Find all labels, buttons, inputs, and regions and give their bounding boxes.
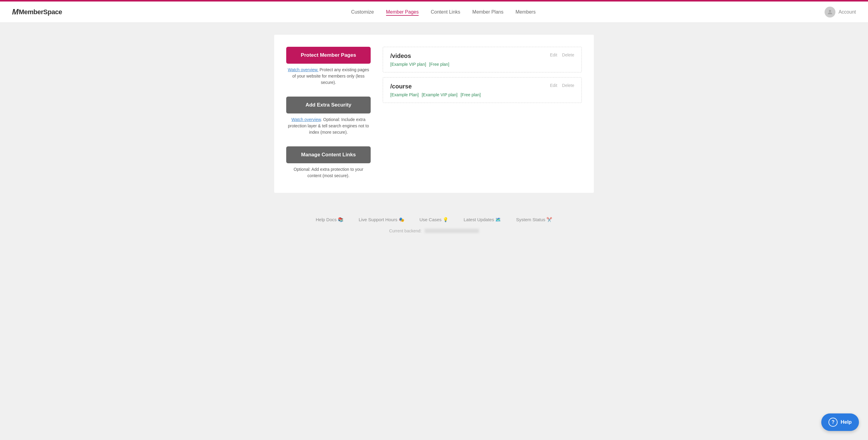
nav-item-customize[interactable]: Customize [351,9,374,15]
plan-tag: [Example VIP plan] [390,62,426,67]
footer-backend: Current backend: [6,229,862,233]
nav-link-content-links[interactable]: Content Links [431,9,460,14]
add-extra-security-button[interactable]: Add Extra Security [286,96,371,114]
nav-item-content-links[interactable]: Content Links [431,9,460,15]
delete-link[interactable]: Delete [562,53,574,57]
page-item-header: /course[Example Plan][Example VIP plan][… [390,83,574,97]
more-secure-label: (more secure) [320,130,346,135]
edit-link[interactable]: Edit [550,53,557,57]
help-label: Help [841,419,852,425]
nav-link-customize[interactable]: Customize [351,9,374,14]
page-item: /course[Example Plan][Example VIP plan][… [383,77,582,103]
backend-label: Current backend: [389,229,421,233]
nav-item-member-plans[interactable]: Member Plans [472,9,503,15]
page-path: /videos [390,53,450,59]
page-item-header: /videos[Example VIP plan][Free plan]Edit… [390,53,574,67]
content-area: /videos[Example VIP plan][Free plan]Edit… [383,47,582,181]
left-sidebar: Protect Member Pages Watch overview. Pro… [286,47,371,181]
manage-content-links-desc: Optional: Add extra protection to your c… [286,166,371,179]
plan-tag: [Example VIP plan] [422,92,458,97]
account-label: Account [838,9,856,15]
watch-overview-link-2[interactable]: Watch overview [291,117,321,122]
edit-link[interactable]: Edit [550,83,557,88]
watch-overview-link-1[interactable]: Watch overview. [288,67,318,72]
plan-tag: [Example Plan] [390,92,418,97]
page-tags: [Example VIP plan][Free plan] [390,62,450,67]
footer-links: Help Docs 📚Live Support Hours 🎭Use Cases… [6,217,862,223]
nav-link-member-plans[interactable]: Member Plans [472,9,503,14]
add-extra-security-desc: Watch overview. Optional: Include extra … [286,116,371,136]
footer-link-live-support-hours[interactable]: Live Support Hours 🎭 [359,217,404,223]
logo: MMemberSpace [12,7,62,17]
footer-link-help-docs[interactable]: Help Docs 📚 [316,217,343,223]
delete-link[interactable]: Delete [562,83,574,88]
manage-content-links-button[interactable]: Manage Content Links [286,146,371,163]
page-item: /videos[Example VIP plan][Free plan]Edit… [383,47,582,72]
protect-member-pages-desc: Watch overview. Protect any existing pag… [286,67,371,86]
account-menu[interactable]: Account [825,7,856,18]
nav-item-members[interactable]: Members [516,9,536,15]
nav-item-member-pages[interactable]: Member Pages [386,9,419,15]
logo-m: M [12,7,19,17]
backend-value-blurred [425,229,479,233]
help-circle-icon: ? [829,418,838,427]
most-secure-label: (most secure) [322,173,348,178]
footer-link-use-cases[interactable]: Use Cases 💡 [420,217,449,223]
main-nav: Customize Member Pages Content Links Mem… [351,9,536,15]
page-actions: EditDelete [550,53,574,57]
page-tags: [Example Plan][Example VIP plan][Free pl… [390,92,481,97]
footer-link-latest-updates[interactable]: Latest Updates 🗺️ [464,217,501,223]
header: MMemberSpace Customize Member Pages Cont… [0,1,868,23]
page-path: /course [390,83,481,90]
nav-links: Customize Member Pages Content Links Mem… [351,9,536,15]
protect-member-pages-button[interactable]: Protect Member Pages [286,47,371,64]
account-avatar-icon [825,7,835,18]
nav-link-member-pages[interactable]: Member Pages [386,9,419,16]
plan-tag: [Free plan] [429,62,450,67]
nav-link-members[interactable]: Members [516,9,536,14]
logo-text: MemberSpace [19,8,62,16]
svg-point-0 [829,10,831,12]
page-actions: EditDelete [550,83,574,88]
main-card: Protect Member Pages Watch overview. Pro… [274,35,594,193]
main-content: Protect Member Pages Watch overview. Pro… [268,35,600,193]
help-button[interactable]: ? Help [821,413,859,431]
plan-tag: [Free plan] [461,92,481,97]
footer-link-system-status[interactable]: System Status ✂️ [516,217,552,223]
footer: Help Docs 📚Live Support Hours 🎭Use Cases… [0,205,868,239]
